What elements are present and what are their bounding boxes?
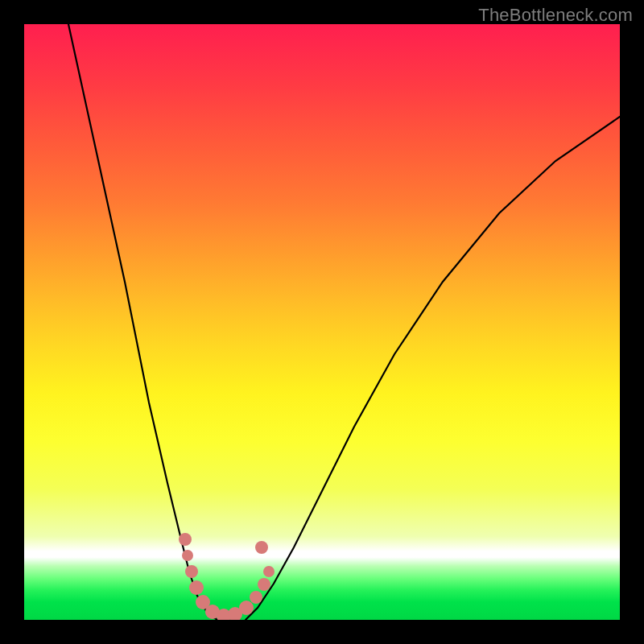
watermark-text: TheBottleneck.com bbox=[478, 5, 633, 26]
scatter-dots bbox=[179, 533, 275, 620]
scatter-dot bbox=[179, 533, 192, 546]
chart-frame: TheBottleneck.com bbox=[0, 0, 644, 644]
right-curve bbox=[246, 117, 620, 620]
scatter-dot bbox=[258, 578, 270, 591]
scatter-dot bbox=[185, 565, 198, 578]
curves-svg bbox=[24, 24, 620, 620]
scatter-dot bbox=[250, 591, 262, 604]
left-curve bbox=[68, 24, 217, 620]
plot-area bbox=[24, 24, 620, 620]
scatter-dot bbox=[182, 550, 193, 561]
scatter-dot bbox=[263, 566, 275, 577]
scatter-dot bbox=[189, 580, 204, 595]
scatter-dot bbox=[239, 601, 254, 615]
scatter-dot bbox=[255, 541, 268, 554]
